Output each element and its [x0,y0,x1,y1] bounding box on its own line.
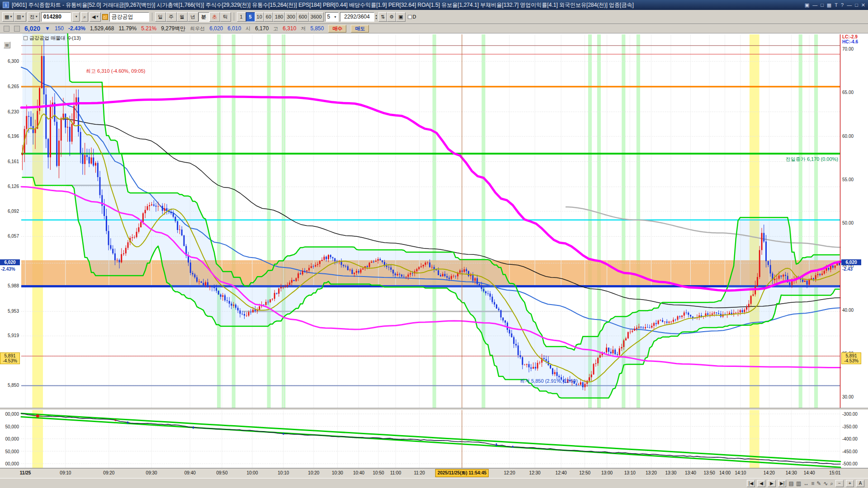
interval-button-1[interactable]: 1 [237,12,246,22]
buy-button[interactable]: 매수 [328,25,346,33]
chart-tool-icon-1[interactable]: ▥ [796,480,801,487]
spin-down-icon[interactable]: ▾ [376,17,377,20]
sub-axis-label: -400.00 [842,436,858,441]
window-control-icon-6[interactable]: — [847,2,852,8]
period-tab-초[interactable]: 초 [209,12,220,22]
time-axis-label: 13:00 [601,470,613,475]
chart-tool-icon-3[interactable]: ≡ [811,480,814,487]
chart-tool-icon-4[interactable]: ✎ [816,480,821,487]
sub-axis-label: -350.00 [842,424,858,429]
time-axis-label: 10:50 [373,470,384,475]
spin-up-icon[interactable]: ▴ [376,14,377,17]
time-axis-label: 13:30 [665,470,676,475]
chart-tool-icon-5[interactable]: ∿ [823,480,828,487]
zoom-out-button[interactable]: − [835,480,844,487]
window-control-icon-4[interactable]: T [835,2,838,8]
time-axis-label: 10:40 [353,470,364,475]
low-annotation: 최저 5,850 (2.91%, 12:59) [520,378,578,385]
period-tab-월[interactable]: 월 [177,12,188,22]
interval-button-60[interactable]: 60 [264,12,273,22]
sub-axis-label: -300.00 [842,412,858,417]
period-tab-틱[interactable]: 틱 [220,12,231,22]
price-axis-label: 6,196 [0,134,19,139]
panel-checkbox-icon[interactable] [24,36,28,40]
price-axis-label: 6,092 [0,209,19,214]
price-axis-label: 6,057 [0,234,19,239]
scroll-nav-button-3[interactable]: ▶| [778,480,786,487]
period-tab-일[interactable]: 일 [155,12,166,22]
high-annotation: 최고 6,310 (-4.60%, 09:05) [86,68,145,75]
back-button[interactable]: ◀▾ [90,12,100,22]
chart-tool-icon-2[interactable]: ↔ [803,480,809,487]
zoom-in-button[interactable]: + [846,480,854,487]
low-price: 5,850 [310,25,324,32]
chart-plot[interactable] [0,33,868,488]
current-price-axis-box-right: 6,020 [841,259,861,265]
chart-tool-icon-0[interactable]: ▤ [788,480,793,487]
window-control-icon-0[interactable]: ▣ [805,2,809,8]
best-bid: 6,010 [227,25,241,32]
chart-tool-icon-6[interactable]: ⌕ [830,480,833,487]
sub-axis-label: -450.00 [842,449,858,454]
panel-toggle-button[interactable]: ▤ [4,42,10,48]
window-control-icon-8[interactable]: ✕ [861,2,865,8]
high-price: 6,310 [283,25,296,32]
period-tab-분[interactable]: 분 [198,12,209,22]
secondary-axis-label: 60.00 [842,134,854,139]
jeon-dropdown[interactable]: 전▾ [28,12,40,22]
period-tab-년[interactable]: 년 [188,12,198,22]
time-axis-label: 12:30 [529,470,541,475]
window-control-icon-2[interactable]: □ [821,2,824,8]
period-tab-주[interactable]: 주 [166,12,177,22]
stock-code-input[interactable] [41,12,71,22]
time-axis-label: 10:00 [246,470,258,475]
interval-button-5[interactable]: 5 [246,12,255,22]
time-axis-label: 10:20 [308,470,319,475]
ref-price-axis-box: 5,891-4.53% [0,352,20,364]
time-axis-label: 10:30 [332,470,343,475]
sell-button[interactable]: 매도 [351,25,369,33]
price-axis-label: 6,265 [0,84,19,89]
time-axis-label: 14:20 [764,470,775,475]
interval-button-10[interactable]: 10 [255,12,264,22]
window-control-icon-3[interactable]: ▦ [827,2,831,8]
scroll-nav-button-1[interactable]: ◀ [757,480,765,487]
scroll-nav-button-2[interactable]: ▶ [768,480,776,487]
search-icon[interactable]: ⌕ [81,12,88,22]
chart-grid-icon[interactable]: ▦▾ [2,12,14,22]
prev-close-annotation: 전일종가 6,170 (0.00%) [786,156,838,163]
chart-list-icon[interactable]: ▥▾ [14,12,26,22]
sub-axis-label: -500.00 [842,461,858,466]
open-price: 6,170 [255,25,269,32]
window-control-icon-5[interactable]: ? [841,2,844,8]
low-label: 저 [301,25,306,32]
interval-button-180[interactable]: 180 [273,12,285,22]
interval-button-600[interactable]: 600 [297,12,309,22]
price-axis-label: 5,953 [0,309,19,314]
interval-button-3600[interactable]: 3600 [309,12,323,22]
sort-icon[interactable]: ⇅ [378,12,387,22]
sub-axis-label: 50,000 [0,449,19,454]
sub-axis-label: 00,000 [0,412,19,417]
auto-scale-button[interactable]: A [856,480,864,487]
current-pct-axis-label: -2.43% [1,267,15,272]
current-price: 6,020 [24,25,40,32]
time-axis-label: 09:30 [146,470,157,475]
save-icon[interactable]: ▣ [396,12,405,22]
quote-icon-1[interactable] [4,26,9,32]
scroll-nav-button-0[interactable]: |◀ [747,480,755,487]
d-checkbox[interactable] [408,15,412,19]
interval-combo[interactable]: 5▾ [325,12,339,22]
window-control-icon-7[interactable]: □ [855,2,858,8]
secondary-axis-label: 55.00 [842,177,854,182]
time-axis-label: 11/25 [20,470,31,475]
settings-icon[interactable]: ⚙ [387,12,396,22]
time-axis-label: 14:10 [735,470,746,475]
period-tabs: 일주월년분초틱 [155,12,231,22]
quote-bar: 6,020 ▼ 150 -2.43% 1,529,468 11.79% 5.21… [0,24,868,33]
quote-icon-2[interactable] [14,26,20,32]
interval-button-300[interactable]: 300 [285,12,297,22]
time-axis-label: 14:30 [786,470,797,475]
window-control-icon-1[interactable]: — [812,2,817,8]
code-dropdown-button[interactable]: ▾ [72,12,80,22]
